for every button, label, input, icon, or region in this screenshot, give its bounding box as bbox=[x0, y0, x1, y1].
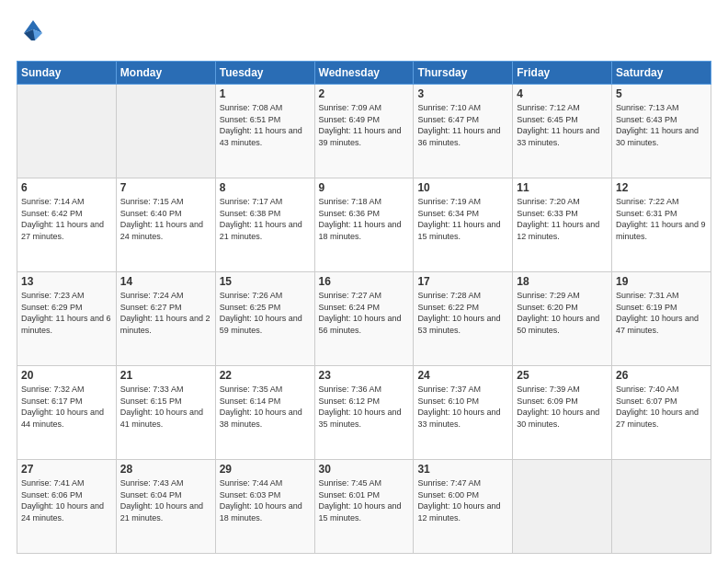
day-cell: 30Sunrise: 7:45 AMSunset: 6:01 PMDayligh… bbox=[314, 460, 414, 554]
header-cell-wednesday: Wednesday bbox=[314, 62, 414, 85]
day-cell: 11Sunrise: 7:20 AMSunset: 6:33 PMDayligh… bbox=[513, 178, 612, 272]
week-row-1: 1Sunrise: 7:08 AMSunset: 6:51 PMDaylight… bbox=[17, 85, 711, 178]
week-row-4: 20Sunrise: 7:32 AMSunset: 6:17 PMDayligh… bbox=[17, 366, 711, 460]
day-number: 21 bbox=[120, 369, 211, 382]
day-info: Sunrise: 7:28 AMSunset: 6:22 PMDaylight:… bbox=[417, 290, 508, 336]
day-info: Sunrise: 7:43 AMSunset: 6:04 PMDaylight:… bbox=[120, 477, 211, 523]
day-cell: 24Sunrise: 7:37 AMSunset: 6:10 PMDayligh… bbox=[414, 366, 513, 460]
header bbox=[17, 17, 711, 53]
day-number: 19 bbox=[616, 275, 707, 288]
day-info: Sunrise: 7:09 AMSunset: 6:49 PMDaylight:… bbox=[319, 102, 410, 148]
day-cell: 9Sunrise: 7:18 AMSunset: 6:36 PMDaylight… bbox=[314, 178, 414, 272]
day-number: 16 bbox=[319, 275, 410, 288]
day-info: Sunrise: 7:40 AMSunset: 6:07 PMDaylight:… bbox=[616, 384, 707, 430]
day-number: 2 bbox=[319, 87, 410, 100]
day-cell: 4Sunrise: 7:12 AMSunset: 6:45 PMDaylight… bbox=[513, 85, 612, 178]
day-number: 22 bbox=[220, 369, 311, 382]
day-cell: 18Sunrise: 7:29 AMSunset: 6:20 PMDayligh… bbox=[513, 272, 612, 366]
day-number: 8 bbox=[220, 181, 311, 194]
day-cell: 15Sunrise: 7:26 AMSunset: 6:25 PMDayligh… bbox=[215, 272, 314, 366]
day-number: 31 bbox=[417, 463, 508, 476]
header-cell-monday: Monday bbox=[116, 62, 215, 85]
day-cell: 1Sunrise: 7:08 AMSunset: 6:51 PMDaylight… bbox=[215, 85, 314, 178]
day-info: Sunrise: 7:10 AMSunset: 6:47 PMDaylight:… bbox=[417, 102, 508, 148]
day-number: 3 bbox=[417, 87, 508, 100]
day-info: Sunrise: 7:47 AMSunset: 6:00 PMDaylight:… bbox=[417, 477, 508, 523]
day-info: Sunrise: 7:41 AMSunset: 6:06 PMDaylight:… bbox=[21, 477, 112, 523]
day-cell: 26Sunrise: 7:40 AMSunset: 6:07 PMDayligh… bbox=[612, 366, 711, 460]
header-cell-friday: Friday bbox=[513, 62, 612, 85]
day-cell: 5Sunrise: 7:13 AMSunset: 6:43 PMDaylight… bbox=[612, 85, 711, 178]
day-number: 12 bbox=[616, 181, 707, 194]
day-number: 28 bbox=[120, 463, 211, 476]
day-number: 5 bbox=[616, 87, 707, 100]
day-number: 17 bbox=[417, 275, 508, 288]
day-number: 26 bbox=[616, 369, 707, 382]
day-info: Sunrise: 7:13 AMSunset: 6:43 PMDaylight:… bbox=[616, 102, 707, 148]
day-number: 24 bbox=[417, 369, 508, 382]
day-cell bbox=[17, 85, 117, 178]
day-cell: 7Sunrise: 7:15 AMSunset: 6:40 PMDaylight… bbox=[116, 178, 215, 272]
day-info: Sunrise: 7:36 AMSunset: 6:12 PMDaylight:… bbox=[319, 384, 410, 430]
day-cell: 3Sunrise: 7:10 AMSunset: 6:47 PMDaylight… bbox=[414, 85, 513, 178]
day-number: 10 bbox=[417, 181, 508, 194]
day-cell: 8Sunrise: 7:17 AMSunset: 6:38 PMDaylight… bbox=[215, 178, 314, 272]
day-cell: 27Sunrise: 7:41 AMSunset: 6:06 PMDayligh… bbox=[17, 460, 117, 554]
day-cell: 17Sunrise: 7:28 AMSunset: 6:22 PMDayligh… bbox=[414, 272, 513, 366]
day-number: 4 bbox=[517, 87, 608, 100]
day-cell: 2Sunrise: 7:09 AMSunset: 6:49 PMDaylight… bbox=[314, 85, 414, 178]
day-info: Sunrise: 7:37 AMSunset: 6:10 PMDaylight:… bbox=[417, 384, 508, 430]
day-number: 11 bbox=[517, 181, 608, 194]
day-number: 6 bbox=[21, 181, 112, 194]
day-number: 30 bbox=[319, 463, 410, 476]
day-info: Sunrise: 7:24 AMSunset: 6:27 PMDaylight:… bbox=[120, 290, 211, 336]
day-cell: 14Sunrise: 7:24 AMSunset: 6:27 PMDayligh… bbox=[116, 272, 215, 366]
day-number: 1 bbox=[220, 87, 311, 100]
day-info: Sunrise: 7:14 AMSunset: 6:42 PMDaylight:… bbox=[21, 196, 112, 242]
calendar-header: SundayMondayTuesdayWednesdayThursdayFrid… bbox=[17, 62, 711, 85]
day-info: Sunrise: 7:39 AMSunset: 6:09 PMDaylight:… bbox=[517, 384, 608, 430]
day-info: Sunrise: 7:45 AMSunset: 6:01 PMDaylight:… bbox=[319, 477, 410, 523]
day-info: Sunrise: 7:23 AMSunset: 6:29 PMDaylight:… bbox=[21, 290, 112, 336]
day-cell bbox=[513, 460, 612, 554]
header-cell-sunday: Sunday bbox=[17, 62, 117, 85]
day-number: 29 bbox=[220, 463, 311, 476]
day-cell: 19Sunrise: 7:31 AMSunset: 6:19 PMDayligh… bbox=[612, 272, 711, 366]
day-info: Sunrise: 7:35 AMSunset: 6:14 PMDaylight:… bbox=[220, 384, 311, 430]
day-info: Sunrise: 7:18 AMSunset: 6:36 PMDaylight:… bbox=[319, 196, 410, 242]
header-cell-thursday: Thursday bbox=[414, 62, 513, 85]
day-cell: 21Sunrise: 7:33 AMSunset: 6:15 PMDayligh… bbox=[116, 366, 215, 460]
day-cell: 31Sunrise: 7:47 AMSunset: 6:00 PMDayligh… bbox=[414, 460, 513, 554]
day-info: Sunrise: 7:27 AMSunset: 6:24 PMDaylight:… bbox=[319, 290, 410, 336]
day-cell: 13Sunrise: 7:23 AMSunset: 6:29 PMDayligh… bbox=[17, 272, 117, 366]
day-cell: 16Sunrise: 7:27 AMSunset: 6:24 PMDayligh… bbox=[314, 272, 414, 366]
day-cell: 6Sunrise: 7:14 AMSunset: 6:42 PMDaylight… bbox=[17, 178, 117, 272]
header-row: SundayMondayTuesdayWednesdayThursdayFrid… bbox=[17, 62, 711, 85]
day-info: Sunrise: 7:20 AMSunset: 6:33 PMDaylight:… bbox=[517, 196, 608, 242]
day-number: 13 bbox=[21, 275, 112, 288]
header-cell-tuesday: Tuesday bbox=[215, 62, 314, 85]
day-cell: 28Sunrise: 7:43 AMSunset: 6:04 PMDayligh… bbox=[116, 460, 215, 554]
logo-bird-icon bbox=[17, 17, 50, 53]
day-number: 25 bbox=[517, 369, 608, 382]
day-info: Sunrise: 7:12 AMSunset: 6:45 PMDaylight:… bbox=[517, 102, 608, 148]
day-number: 14 bbox=[120, 275, 211, 288]
calendar-page: SundayMondayTuesdayWednesdayThursdayFrid… bbox=[0, 0, 728, 563]
day-cell bbox=[116, 85, 215, 178]
day-cell: 20Sunrise: 7:32 AMSunset: 6:17 PMDayligh… bbox=[17, 366, 117, 460]
day-info: Sunrise: 7:19 AMSunset: 6:34 PMDaylight:… bbox=[417, 196, 508, 242]
day-cell: 23Sunrise: 7:36 AMSunset: 6:12 PMDayligh… bbox=[314, 366, 414, 460]
week-row-2: 6Sunrise: 7:14 AMSunset: 6:42 PMDaylight… bbox=[17, 178, 711, 272]
header-cell-saturday: Saturday bbox=[612, 62, 711, 85]
day-info: Sunrise: 7:32 AMSunset: 6:17 PMDaylight:… bbox=[21, 384, 112, 430]
day-number: 7 bbox=[120, 181, 211, 194]
calendar-table: SundayMondayTuesdayWednesdayThursdayFrid… bbox=[17, 61, 711, 554]
day-cell: 25Sunrise: 7:39 AMSunset: 6:09 PMDayligh… bbox=[513, 366, 612, 460]
day-info: Sunrise: 7:33 AMSunset: 6:15 PMDaylight:… bbox=[120, 384, 211, 430]
day-cell: 12Sunrise: 7:22 AMSunset: 6:31 PMDayligh… bbox=[612, 178, 711, 272]
day-cell: 29Sunrise: 7:44 AMSunset: 6:03 PMDayligh… bbox=[215, 460, 314, 554]
day-info: Sunrise: 7:26 AMSunset: 6:25 PMDaylight:… bbox=[220, 290, 311, 336]
day-cell: 22Sunrise: 7:35 AMSunset: 6:14 PMDayligh… bbox=[215, 366, 314, 460]
day-info: Sunrise: 7:31 AMSunset: 6:19 PMDaylight:… bbox=[616, 290, 707, 336]
day-cell bbox=[612, 460, 711, 554]
